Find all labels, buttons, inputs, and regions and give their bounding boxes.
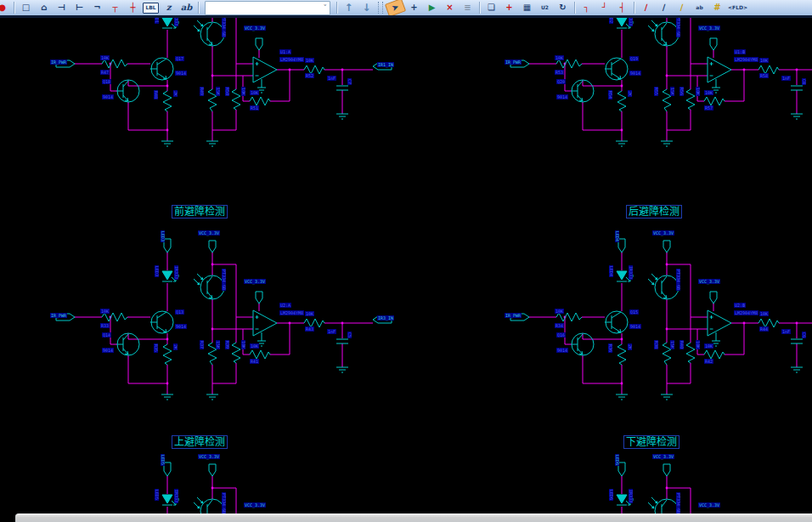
circuit-block-ir6[interactable] [510, 462, 812, 513]
move-block-icon[interactable]: + [501, 2, 517, 14]
edit-red-pencil-icon[interactable]: ∕ [638, 2, 654, 14]
subcircuit-mode-icon[interactable]: ⌂ [36, 2, 52, 14]
component-label[interactable]: Q17 [175, 56, 184, 61]
component-label[interactable]: IR333 [629, 489, 633, 503]
component-label[interactable]: 10K [250, 343, 259, 349]
bus-entry-mode-icon[interactable]: ¬ [89, 2, 105, 14]
component-label[interactable]: 9014 [629, 71, 641, 76]
component-label[interactable]: VCC_3.3V [198, 454, 220, 459]
component-label[interactable]: PT334-6B [676, 269, 680, 291]
component-label[interactable]: 9014 [629, 324, 641, 329]
component-label[interactable]: 9014 [175, 324, 187, 329]
component-label[interactable]: 10K [250, 90, 259, 95]
component-label[interactable]: R47 [100, 70, 110, 75]
component-label[interactable]: IR_PWR [50, 313, 67, 318]
component-label[interactable]: 9014 [556, 348, 568, 353]
component-label[interactable]: LM2904YM8 [279, 57, 304, 62]
component-label[interactable]: LED2 [609, 18, 613, 24]
component-label[interactable]: 10K [759, 311, 769, 316]
down-arrow-icon[interactable]: ↓ [358, 2, 375, 14]
component-label[interactable]: Q19 [629, 56, 639, 61]
component-label[interactable]: 2K [628, 90, 632, 97]
component-label[interactable]: 15K [216, 340, 220, 349]
component-label[interactable]: PT334-6B [222, 492, 226, 513]
component-label[interactable]: C7 [347, 78, 352, 85]
probe-mode-icon[interactable]: ┼ [125, 2, 141, 14]
component-label[interactable]: 1nF [781, 329, 791, 334]
component-label[interactable]: IR_PWR [505, 60, 522, 65]
component-label[interactable]: Q16 [556, 332, 566, 338]
component-label[interactable]: R33 [100, 323, 110, 328]
component-label[interactable]: 10K [305, 58, 314, 63]
field-tag-icon[interactable]: <FLD> [727, 2, 748, 14]
component-label[interactable]: IR333 [174, 18, 178, 26]
component-label[interactable]: LED6 [615, 454, 619, 466]
component-label[interactable]: IR333 [174, 489, 178, 503]
component-label[interactable]: 10K [241, 87, 245, 96]
component-label[interactable]: R54 [608, 90, 612, 99]
component-label[interactable]: 10K [696, 340, 700, 349]
edit-gold-pencil-icon[interactable]: ∕ [674, 2, 690, 14]
component-label[interactable]: R58 [759, 73, 769, 78]
component-label[interactable]: 15K [216, 87, 220, 96]
component-label[interactable]: 10K [305, 311, 314, 316]
component-label[interactable]: C8 [802, 78, 806, 85]
script-mode-icon[interactable]: z [161, 2, 177, 14]
component-label[interactable]: VCC_3.3V [698, 26, 720, 31]
component-label[interactable]: VCC_3.3V [652, 230, 674, 235]
component-label[interactable]: IR333 [629, 18, 633, 26]
component-label[interactable]: 10K [241, 340, 245, 349]
component-label[interactable]: LED6 [609, 489, 613, 501]
component-label[interactable]: 10K [704, 343, 713, 349]
component-label[interactable]: LED3 [155, 265, 159, 277]
component-label[interactable]: R37 [200, 340, 204, 349]
component-label[interactable]: R35 [154, 343, 158, 353]
component-label[interactable]: VCC_3.3V [244, 279, 266, 284]
drag-tool-icon[interactable]: ▶ [424, 2, 440, 14]
component-label[interactable]: Q18 [102, 79, 111, 84]
wire-route-icon[interactable]: ┘ [596, 2, 612, 14]
up-arrow-icon[interactable]: ↑ [341, 2, 357, 14]
chevron-down-icon[interactable]: ˅ [324, 3, 328, 12]
component-label[interactable]: R53 [555, 70, 564, 75]
wire-junction-icon[interactable]: ┤ [614, 2, 630, 14]
component-mode-icon[interactable]: □ [18, 2, 34, 14]
component-label[interactable]: VCC_3.3V [652, 454, 674, 459]
move-tool-icon[interactable]: + [406, 2, 422, 14]
component-label[interactable]: IR1_IN [377, 62, 394, 67]
edit-blue-pencil-icon[interactable]: ∕ [656, 2, 672, 14]
component-label[interactable]: 9014 [556, 94, 568, 99]
component-label[interactable]: LED1 [155, 18, 159, 24]
component-label[interactable]: R49 [200, 87, 204, 96]
component-label[interactable]: 10K [704, 90, 713, 95]
component-label[interactable]: VCC_3.3V [198, 230, 220, 235]
pin-mode-icon[interactable]: ⊣ [54, 2, 70, 14]
component-label[interactable]: Q15 [629, 309, 639, 315]
component-label[interactable]: IR333 [629, 265, 633, 280]
component-label[interactable]: Q14 [102, 332, 111, 338]
component-label[interactable]: LM2904YM8 [279, 310, 304, 315]
component-label[interactable]: R50 [225, 87, 229, 96]
component-label[interactable]: R43 [305, 326, 314, 332]
component-label[interactable]: 10K [696, 87, 700, 96]
component-label[interactable]: 1nF [327, 76, 336, 81]
circuit-block-ir4[interactable] [510, 239, 812, 400]
component-label[interactable]: 2K [173, 90, 178, 97]
wire-repeat-icon[interactable]: ┐ [578, 2, 595, 14]
component-label[interactable]: R55 [654, 87, 658, 96]
property-text-icon[interactable]: ab [691, 2, 708, 14]
component-label[interactable]: PT334-6B [222, 18, 226, 37]
component-label[interactable]: VCC_3.3V [698, 279, 720, 284]
component-label[interactable]: R57 [704, 105, 713, 111]
component-label[interactable]: IR_PWR [505, 313, 522, 318]
wire-label-mode-icon[interactable]: LBL [143, 3, 159, 14]
component-label[interactable]: 2K [173, 343, 178, 350]
component-label[interactable]: PT334-6B [676, 18, 680, 37]
port-mode-icon[interactable]: ⊢ [71, 2, 87, 14]
component-label[interactable]: R34 [555, 323, 564, 328]
component-label[interactable]: Q13 [175, 309, 184, 315]
component-label[interactable]: LED3 [161, 230, 165, 242]
annotate-icon[interactable]: U2 [537, 2, 553, 14]
component-label[interactable]: LED4 [615, 230, 619, 242]
component-label[interactable]: 2K [628, 343, 632, 350]
